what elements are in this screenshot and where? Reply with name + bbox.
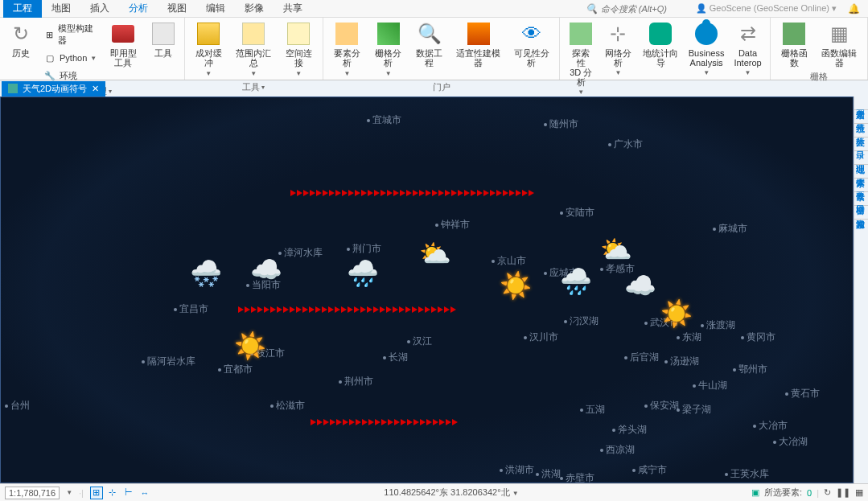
group-label-portal: 门户 (328, 80, 554, 95)
search-icon: 🔍 (586, 3, 598, 14)
scale-box[interactable]: 1:1,780,716 (5, 487, 60, 499)
weather-cloud-icon: ☁️ (250, 254, 282, 285)
panel-tab[interactable]: 目录 (854, 138, 868, 151)
menu-bar: 工程 地图 插入 分析 视图 编辑 影像 共享 🔍 👤 GeoScene (Ge… (0, 0, 868, 18)
raster-analysis-button[interactable]: 栅格分析▼ (369, 19, 407, 80)
city-label: 孝感市 (600, 262, 635, 276)
expand-icon[interactable]: ▾ (109, 88, 112, 95)
business-button[interactable]: Business Analysis▼ (685, 19, 728, 78)
panel-tab[interactable]: 栅格窗口 (854, 192, 868, 206)
exploratory-3d-button[interactable]: 探索性 3D 分析▼ (565, 19, 597, 97)
grid-icon[interactable]: ⊞ (90, 487, 103, 499)
weather-rain-icon: 🌧️ (560, 266, 592, 297)
raster-func-button[interactable]: 栅格函数 (775, 19, 813, 69)
feature-icon (334, 21, 360, 47)
city-label: 鄂州市 (733, 363, 767, 376)
map-view[interactable]: 宜城市随州市广水市安陆市钟祥市麻城市漳河水库荆门市京山市应城市孝感市当阳市宜昌市… (0, 97, 854, 483)
coord-dropdown-icon[interactable]: ▼ (512, 490, 519, 497)
city-label: 汤逊湖 (664, 355, 699, 368)
python-button[interactable]: ▢Python ▼ (40, 50, 100, 66)
ready-tools-button[interactable]: 即用型工具 (103, 19, 143, 69)
weather-rain-icon: 🌧️ (347, 258, 379, 289)
suitability-button[interactable]: 适宜性建模器 (451, 19, 505, 69)
geostat-button[interactable]: 地统计向导 (640, 19, 682, 69)
gp-icon: 🔍 (417, 21, 442, 47)
notification-icon[interactable]: 🔔 (843, 3, 865, 14)
weather-partly-icon: ⛅ (419, 238, 451, 269)
close-icon[interactable]: ✕ (92, 84, 99, 94)
model-icon: ⊞ (43, 28, 55, 41)
raster-icon (376, 21, 401, 47)
panel-tab[interactable]: 地理处理 (854, 151, 868, 165)
city-label: 当阳市 (246, 278, 281, 292)
network-button[interactable]: ⊹网络分析▼ (600, 19, 636, 78)
selection-icon[interactable]: ▣ (751, 487, 759, 498)
map-tab[interactable]: 天气2D动画符号 ✕ (2, 81, 105, 97)
range-summary-button[interactable]: 范围内汇总▼ (231, 19, 277, 80)
data-engineering-button[interactable]: 🔍数据工程 (410, 19, 448, 69)
correction-icon[interactable]: ↔ (138, 487, 151, 499)
city-label: 五湖 (580, 403, 605, 417)
weather-sun-icon: ☀️ (500, 270, 532, 301)
visibility-icon: 👁 (519, 21, 545, 47)
ribbon: ↻ 历史 ⊞模型构建器 ▢Python ▼ 🔧环境 即用型工具 工具 地理处理 … (0, 18, 868, 80)
history-button[interactable]: ↻ 历史 (5, 19, 37, 60)
city-label: 西凉湖 (600, 443, 635, 457)
data-interop-button[interactable]: ⇄Data Interop▼ (730, 19, 764, 78)
constraint-icon[interactable]: ⊢ (122, 487, 135, 499)
panel-tab[interactable]: 修改要素 (854, 179, 868, 192)
weather-snow-icon: 🌨️ (190, 258, 222, 289)
command-search[interactable]: 🔍 (586, 3, 689, 14)
model-builder-button[interactable]: ⊞模型构建器 (40, 21, 100, 48)
panel-tab[interactable]: 体素探索 (854, 165, 868, 179)
suit-icon (466, 21, 492, 47)
scale-dropdown-icon[interactable]: ▼ (66, 489, 72, 496)
tools-button[interactable]: 工具 (147, 19, 179, 60)
city-label: 东湖 (677, 331, 701, 344)
menu-share[interactable]: 共享 (274, 0, 312, 18)
func-editor-button[interactable]: ▦函数编辑器 (817, 19, 862, 69)
city-label: 大冶市 (753, 419, 788, 433)
panel-tab[interactable]: 符号系统 (854, 110, 868, 124)
search-input[interactable] (601, 4, 689, 14)
city-label: 斧头湖 (612, 423, 647, 437)
menu-edit[interactable]: 编辑 (196, 0, 235, 18)
city-label: 牛山湖 (693, 379, 727, 392)
panel-tab[interactable]: 创建要素 (854, 97, 868, 110)
snap-icon[interactable]: ⊹ (106, 487, 119, 499)
warm-front-symbol (290, 190, 534, 198)
weather-sun-icon: ☀️ (660, 298, 693, 329)
city-label: 汈汊湖 (564, 314, 599, 328)
menu-view[interactable]: 视图 (158, 0, 196, 18)
chevron-down-icon: ▼ (90, 55, 97, 62)
city-label: 汉川市 (524, 331, 558, 344)
refresh-icon[interactable]: ↻ (824, 487, 831, 498)
expand-icon[interactable]: ▾ (261, 84, 265, 91)
panel-tab[interactable]: 标注分类 (854, 124, 868, 138)
panel-tab[interactable]: 搜索和过滤 (854, 206, 868, 220)
group-label-raster: 栅格 (775, 69, 862, 84)
weather-sun-icon: ☀️ (234, 331, 266, 361)
group-label-tools: 工具 (242, 81, 260, 93)
feature-analysis-button[interactable]: 要素分析▼ (328, 19, 366, 80)
menu-imagery[interactable]: 影像 (235, 0, 274, 18)
account-label[interactable]: 👤 GeoScene (GeoScene Online) ▾ (689, 3, 843, 14)
city-label: 广水市 (608, 138, 643, 151)
pause-icon[interactable]: ❚❚ (836, 487, 850, 498)
menu-project[interactable]: 工程 (3, 0, 42, 18)
weather-cloud-icon: ☁️ (624, 270, 656, 301)
city-label: 长湖 (383, 351, 408, 364)
city-label: 隔河岩水库 (142, 355, 195, 368)
visibility-button[interactable]: 👁可见性分析 (508, 19, 554, 69)
city-label: 大冶湖 (773, 435, 808, 449)
pair-buffer-button[interactable]: 成对缓冲▼ (190, 19, 228, 80)
warm-front-symbol (238, 306, 456, 314)
spatial-join-button[interactable]: 空间连接▼ (280, 19, 318, 80)
warm-front-symbol (311, 419, 458, 427)
buffer-icon (195, 21, 221, 47)
catalog-icon[interactable]: ▦ (855, 487, 863, 498)
editor-icon: ▦ (826, 21, 852, 47)
menu-map[interactable]: 地图 (42, 0, 80, 18)
menu-insert[interactable]: 插入 (80, 0, 119, 18)
menu-analysis[interactable]: 分析 (119, 0, 158, 18)
